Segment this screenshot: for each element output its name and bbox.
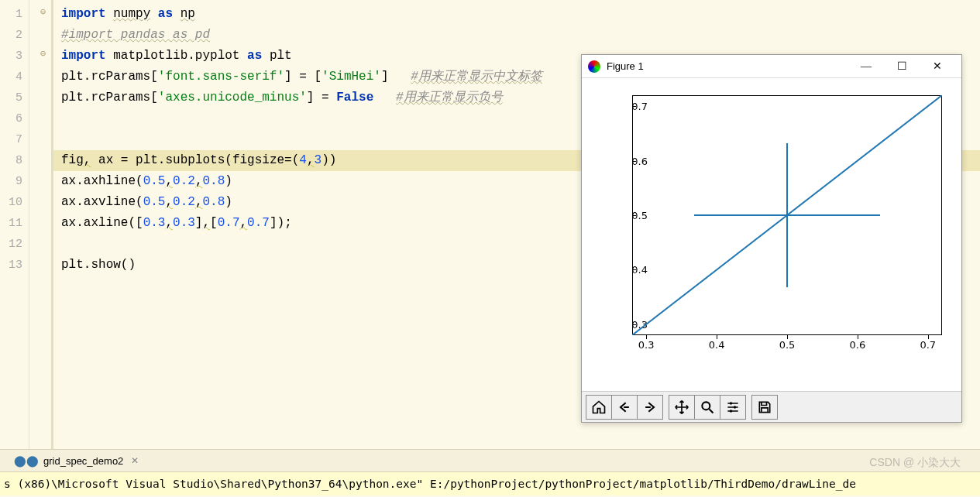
matplotlib-icon (588, 60, 600, 73)
editor-tab-bar: ⬤⬤ grid_spec_demo2 ✕ (0, 449, 980, 472)
tab-label: grid_spec_demo2 (43, 455, 123, 467)
figure-canvas: 0.30.40.50.60.70.30.40.50.60.7 (582, 78, 961, 391)
python-icon: ⬤⬤ (14, 454, 39, 467)
configure-button[interactable] (720, 395, 746, 420)
home-button[interactable] (586, 395, 612, 420)
svg-point-4 (730, 410, 732, 412)
close-button[interactable]: ✕ (920, 55, 955, 78)
xtick-label: 0.4 (709, 339, 725, 351)
code-line-2[interactable]: #import pandas as pd (53, 25, 980, 46)
figure-window: Figure 1 — ☐ ✕ 0.30.40.50.60.70.30.40.50… (581, 54, 962, 423)
xtick-label: 0.6 (850, 339, 866, 351)
fold-column: ⊖⊖ (29, 0, 51, 449)
zoom-button[interactable] (694, 395, 720, 420)
svg-point-3 (734, 406, 736, 408)
pan-button[interactable] (669, 395, 695, 420)
watermark: CSDN @ 小染大大 (869, 456, 961, 470)
figure-titlebar[interactable]: Figure 1 — ☐ ✕ (582, 55, 961, 78)
svg-line-0 (632, 95, 942, 335)
xtick-label: 0.3 (638, 339, 655, 351)
minimize-button[interactable]: — (848, 55, 884, 78)
status-bar: s (x86)\Microsoft Visual Studio\Shared\P… (0, 472, 980, 495)
line-number-gutter: 12345678910111213 (0, 0, 29, 449)
svg-point-2 (730, 402, 732, 404)
xtick-label: 0.7 (920, 339, 936, 351)
back-button[interactable] (611, 395, 638, 420)
forward-button[interactable] (637, 395, 663, 420)
close-icon[interactable]: ✕ (131, 455, 139, 466)
tab-grid-spec-demo2[interactable]: ⬤⬤ grid_spec_demo2 ✕ (8, 454, 145, 467)
figure-toolbar (582, 391, 961, 422)
svg-point-1 (702, 402, 710, 410)
code-line-1[interactable]: import numpy as np (53, 4, 980, 25)
save-button[interactable] (751, 395, 778, 420)
axline (632, 95, 942, 335)
maximize-button[interactable]: ☐ (884, 55, 920, 78)
xtick-label: 0.5 (779, 339, 796, 351)
figure-title: Figure 1 (607, 60, 848, 72)
